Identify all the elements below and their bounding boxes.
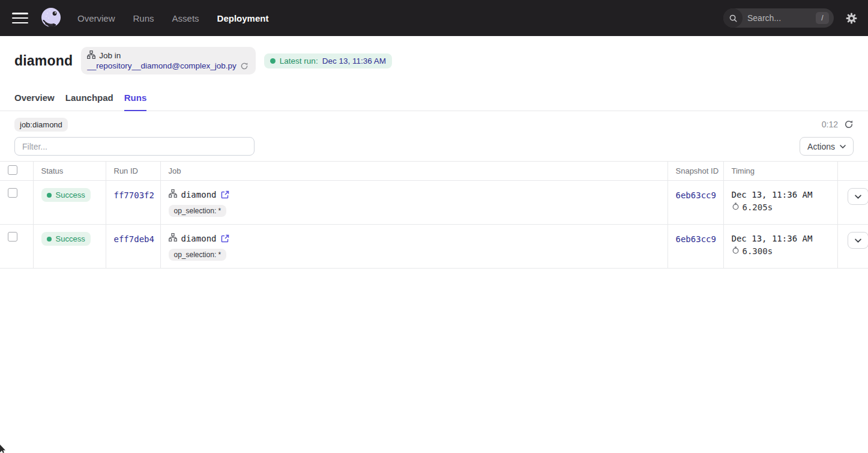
tab-runs[interactable]: Runs (124, 90, 147, 111)
job-graph-icon (169, 233, 177, 244)
global-search[interactable]: / (723, 8, 834, 28)
search-icon (723, 8, 743, 28)
nav-assets[interactable]: Assets (172, 13, 199, 23)
search-input[interactable] (743, 13, 809, 23)
op-selection-tag[interactable]: op_selection: * (169, 249, 227, 261)
settings-gear-icon[interactable] (846, 13, 857, 24)
runs-table: Status Run ID Job Snapshot ID Timing Suc… (0, 161, 868, 269)
status-badge: Success (41, 188, 91, 202)
row-checkbox[interactable] (8, 232, 17, 242)
page-header: diamond Job in __repository__diamond@com… (0, 36, 868, 83)
latest-run-badge: Latest run: Dec 13, 11:36 AM (264, 53, 392, 68)
external-link-icon[interactable] (221, 190, 229, 199)
latest-run-label: Latest run: (280, 56, 318, 65)
success-dot-icon (270, 58, 276, 64)
filter-chip-job-diamond[interactable]: job:diamond (14, 118, 68, 132)
run-duration: 6.205s (743, 202, 773, 212)
hamburger-menu-icon[interactable] (12, 13, 28, 23)
refresh-icon[interactable] (844, 120, 854, 129)
nav-overview[interactable]: Overview (77, 13, 115, 23)
column-header-snapshot-id: Snapshot ID (668, 162, 723, 181)
nav-deployment[interactable]: Deployment (217, 13, 269, 23)
table-header-row: Status Run ID Job Snapshot ID Timing (0, 162, 868, 181)
row-expander-button[interactable] (848, 188, 868, 205)
column-header-status: Status (33, 162, 106, 181)
dagster-logo[interactable] (39, 6, 63, 30)
column-header-actions (837, 162, 868, 181)
job-tabs: Overview Launchpad Runs (0, 83, 868, 111)
tab-launchpad[interactable]: Launchpad (65, 90, 113, 111)
op-selection-tag[interactable]: op_selection: * (169, 205, 227, 217)
run-duration: 6.300s (743, 246, 773, 256)
top-navigation-bar: Overview Runs Assets Deployment / (0, 0, 868, 36)
column-header-job: Job (160, 162, 668, 181)
chevron-down-icon (840, 145, 846, 148)
latest-run-link[interactable]: Dec 13, 11:36 AM (322, 56, 386, 65)
row-expander-button[interactable] (848, 232, 868, 249)
status-badge: Success (41, 232, 91, 246)
job-name-link[interactable]: diamond (181, 234, 217, 243)
snapshot-id-link[interactable]: 6eb63cc9 (676, 234, 716, 244)
job-tag-prefix: Job in (99, 51, 121, 60)
refresh-countdown: 0:12 (822, 120, 838, 129)
status-label: Success (56, 234, 85, 243)
run-id-link[interactable]: eff7deb4 (114, 234, 154, 244)
job-name-link[interactable]: diamond (181, 190, 217, 199)
page-title: diamond (14, 53, 73, 69)
stopwatch-icon (732, 202, 740, 212)
column-header-timing: Timing (723, 162, 837, 181)
main-nav: Overview Runs Assets Deployment (77, 13, 268, 23)
chevron-down-icon (855, 239, 861, 243)
run-start-time: Dec 13, 11:36 AM (732, 234, 837, 243)
run-id-link[interactable]: ff7703f2 (114, 190, 154, 200)
actions-button-label: Actions (807, 142, 835, 151)
column-header-run-id: Run ID (106, 162, 160, 181)
filter-bar: job:diamond 0:12 Actions (0, 111, 868, 156)
mouse-cursor (0, 445, 6, 453)
actions-button[interactable]: Actions (800, 137, 854, 156)
tab-overview[interactable]: Overview (14, 90, 55, 111)
nav-runs[interactable]: Runs (133, 13, 154, 23)
job-graph-icon (169, 189, 177, 200)
runs-filter-input[interactable] (14, 137, 255, 156)
repository-link[interactable]: __repository__diamond@complex_job.py (87, 61, 237, 70)
stopwatch-icon (732, 246, 740, 256)
external-link-icon[interactable] (221, 234, 229, 243)
status-label: Success (56, 190, 85, 199)
row-checkbox[interactable] (8, 188, 17, 198)
run-start-time: Dec 13, 11:36 AM (732, 190, 837, 199)
select-all-checkbox[interactable] (8, 165, 17, 175)
search-shortcut-badge: / (816, 12, 829, 24)
job-graph-icon (87, 50, 95, 61)
chevron-down-icon (855, 195, 861, 199)
job-location-tag: Job in __repository__diamond@complex_job… (81, 47, 256, 74)
reload-repository-icon[interactable] (240, 62, 249, 70)
success-dot-icon (47, 237, 52, 242)
table-row: Success ff7703f2 diamond (0, 181, 868, 225)
success-dot-icon (47, 193, 52, 198)
table-row: Success eff7deb4 diamond (0, 225, 868, 269)
snapshot-id-link[interactable]: 6eb63cc9 (676, 190, 716, 200)
